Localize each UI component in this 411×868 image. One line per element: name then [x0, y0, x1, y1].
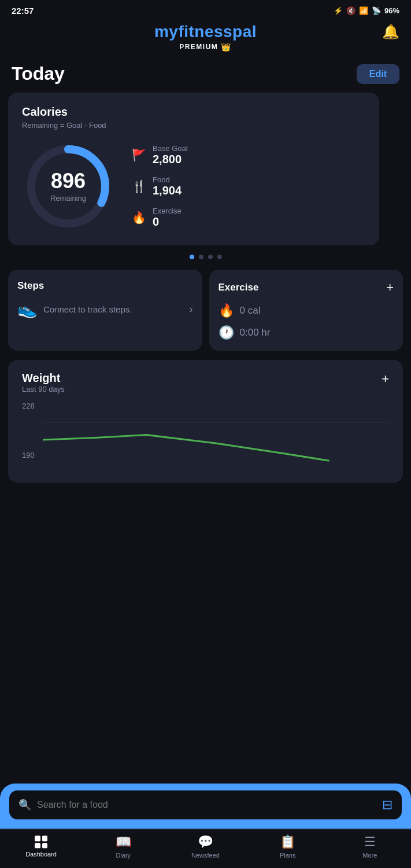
dot-2[interactable] [199, 255, 203, 259]
food-value: 1,904 [153, 184, 182, 197]
exercise-calories-value: 0 cal [240, 305, 261, 317]
calories-remaining-value: 896 [50, 171, 86, 192]
nav-dashboard[interactable]: Dashboard [24, 836, 58, 858]
weight-chart: 228 190 [22, 402, 389, 471]
base-goal-row: 🚩 Base Goal 2,800 [132, 144, 365, 166]
exercise-clock-icon: 🕐 [219, 325, 234, 340]
exercise-flame-icon: 🔥 [219, 303, 234, 318]
diary-icon: 📖 [116, 834, 131, 849]
food-info: Food 1,904 [153, 175, 182, 197]
exercise-time-row: 🕐 0:00 hr [219, 325, 394, 340]
status-bar: 22:57 ⚡ 🔇 📶 📡 96% [0, 0, 411, 19]
exercise-row: 🔥 Exercise 0 [132, 207, 365, 229]
weight-title: Weight [22, 372, 65, 385]
nav-diary-label: Diary [116, 852, 131, 859]
two-col-cards: Steps 👟 Connect to track steps. › Exerci… [0, 270, 411, 351]
plans-icon: 📋 [280, 834, 295, 849]
exercise-value: 0 [153, 215, 182, 229]
flame-icon: 🔥 [132, 211, 146, 225]
food-search-input[interactable] [37, 800, 376, 810]
page-title: Today [12, 63, 65, 84]
nav-diary[interactable]: 📖 Diary [106, 834, 140, 859]
steps-title: Steps [17, 280, 44, 292]
flag-icon: 🚩 [132, 148, 146, 162]
steps-connect-text: Connect to track steps. [43, 303, 184, 315]
steps-content[interactable]: 👟 Connect to track steps. › [17, 300, 193, 319]
nav-newsfeed-label: Newsfeed [191, 852, 220, 859]
edit-button[interactable]: Edit [357, 64, 399, 84]
calories-donut-chart: 896 Remaining [22, 140, 114, 233]
nav-dashboard-label: Dashboard [25, 851, 57, 858]
calories-card: Calories Remaining = Goal - Food 896 Rem… [8, 93, 379, 245]
battery-text: 96% [384, 6, 399, 15]
dashboard-icon [35, 836, 47, 848]
weight-card: Weight Last 90 days + 228 190 [8, 360, 403, 483]
exercise-card: Exercise + 🔥 0 cal 🕐 0:00 hr [209, 270, 403, 351]
barcode-icon[interactable]: ⊟ [382, 797, 393, 812]
carousel-dots [0, 255, 411, 259]
search-bar: 🔍 ⊟ [9, 790, 402, 819]
calories-title: Calories [22, 105, 365, 119]
mute-icon: 🔇 [346, 6, 356, 15]
exercise-label: Exercise [153, 207, 182, 215]
base-goal-info: Base Goal 2,800 [153, 144, 188, 166]
crown-icon: 👑 [221, 42, 232, 52]
exercise-add-button[interactable]: + [386, 280, 394, 295]
page-header: Today Edit [0, 57, 411, 93]
food-label: Food [153, 175, 182, 184]
steps-card: Steps 👟 Connect to track steps. › [8, 270, 202, 351]
search-icon: 🔍 [18, 799, 31, 811]
chevron-right-icon: › [190, 303, 193, 315]
app-name: myfitnesspal [154, 23, 257, 41]
nav-more[interactable]: ☰ More [353, 834, 387, 859]
weight-title-group: Weight Last 90 days [22, 372, 65, 393]
signal-icon: 📡 [372, 6, 381, 15]
search-container: 🔍 ⊟ [0, 784, 411, 829]
nav-plans[interactable]: 📋 Plans [271, 834, 305, 859]
exercise-time-value: 0:00 hr [240, 327, 271, 339]
weight-chart-svg [43, 402, 389, 471]
base-goal-value: 2,800 [153, 153, 188, 166]
weight-header: Weight Last 90 days + [22, 372, 389, 393]
bottom-nav: Dashboard 📖 Diary 💬 Newsfeed 📋 Plans ☰ M… [0, 829, 411, 868]
donut-center: 896 Remaining [50, 171, 86, 203]
base-goal-label: Base Goal [153, 144, 188, 153]
dot-1[interactable] [190, 255, 194, 259]
calories-stats: 🚩 Base Goal 2,800 🍴 Food 1,904 🔥 [132, 144, 365, 229]
exercise-stats: 🔥 0 cal 🕐 0:00 hr [219, 303, 394, 340]
calories-content: 896 Remaining 🚩 Base Goal 2,800 🍴 Food [22, 140, 365, 233]
status-icons: ⚡ 🔇 📶 📡 96% [334, 6, 399, 15]
cards-area: Calories Remaining = Goal - Food 896 Rem… [0, 93, 411, 245]
chart-low-label: 190 [22, 451, 35, 459]
weight-add-button[interactable]: + [382, 372, 389, 387]
exercise-calories-row: 🔥 0 cal [219, 303, 394, 318]
steps-title-row: Steps [17, 280, 193, 292]
utensils-icon: 🍴 [132, 179, 146, 193]
nav-more-label: More [362, 852, 377, 859]
weight-subtitle: Last 90 days [22, 385, 65, 393]
exercise-title-row: Exercise + [219, 280, 394, 295]
app-header: myfitnesspal PREMIUM 👑 🔔 [0, 19, 411, 57]
wifi-icon: 📶 [359, 6, 368, 15]
exercise-card-title: Exercise [219, 282, 259, 293]
nav-newsfeed[interactable]: 💬 Newsfeed [188, 834, 223, 859]
calories-remaining-label: Remaining [50, 194, 86, 203]
dot-4[interactable] [217, 255, 222, 259]
exercise-info: Exercise 0 [153, 207, 182, 229]
premium-badge: PREMIUM 👑 [179, 42, 232, 52]
food-row: 🍴 Food 1,904 [132, 175, 365, 197]
more-icon: ☰ [364, 834, 376, 849]
notification-button[interactable]: 🔔 [382, 24, 399, 40]
shoe-icon: 👟 [17, 300, 38, 319]
dot-3[interactable] [208, 255, 213, 259]
chart-high-label: 228 [22, 402, 35, 410]
premium-label: PREMIUM [179, 43, 218, 51]
newsfeed-icon: 💬 [198, 834, 213, 849]
calories-subtitle: Remaining = Goal - Food [22, 121, 365, 130]
bluetooth-icon: ⚡ [334, 6, 343, 15]
nav-plans-label: Plans [280, 852, 296, 859]
status-time: 22:57 [12, 6, 34, 16]
